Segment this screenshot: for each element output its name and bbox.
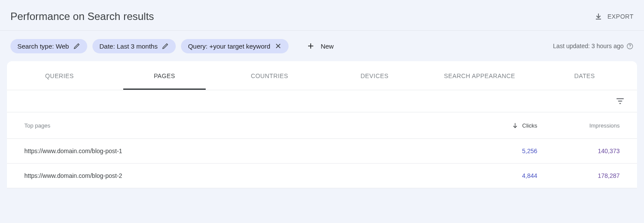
tab-search-appearance[interactable]: SEARCH APPEARANCE [427, 61, 532, 90]
help-icon[interactable] [626, 43, 634, 50]
tab-countries[interactable]: COUNTRIES [217, 61, 322, 90]
tabs: QUERIES PAGES COUNTRIES DEVICES SEARCH A… [7, 61, 637, 90]
chip-label: Query: +your target keyword [188, 43, 270, 50]
clicks-label: Clicks [522, 122, 537, 129]
close-icon[interactable] [275, 43, 282, 49]
cell-impressions: 140,373 [537, 148, 620, 154]
svg-point-1 [630, 47, 630, 48]
new-filter-label: New [321, 43, 334, 50]
filter-chip-query[interactable]: Query: +your target keyword [181, 39, 289, 53]
column-header-page[interactable]: Top pages [24, 122, 459, 129]
tab-dates[interactable]: DATES [532, 61, 637, 90]
cell-clicks: 4,844 [459, 172, 537, 179]
filter-chip-search-type[interactable]: Search type: Web [10, 39, 87, 53]
column-header-clicks[interactable]: Clicks [459, 122, 537, 129]
cell-page: https://www.domain.com/blog-post-1 [24, 148, 459, 154]
table-row[interactable]: https://www.domain.com/blog-post-1 5,256… [7, 139, 637, 164]
export-button[interactable]: EXPORT [595, 13, 634, 20]
download-icon [595, 13, 602, 20]
tab-devices[interactable]: DEVICES [322, 61, 427, 90]
filter-chip-date[interactable]: Date: Last 3 months [92, 39, 176, 53]
add-filter-button[interactable]: New [302, 39, 339, 53]
pencil-icon [162, 43, 169, 49]
cell-clicks: 5,256 [459, 148, 537, 154]
sort-down-icon [512, 122, 519, 129]
pencil-icon [73, 43, 80, 49]
filter-list-icon[interactable] [615, 96, 625, 106]
results-card: QUERIES PAGES COUNTRIES DEVICES SEARCH A… [7, 61, 637, 188]
last-updated-text: Last updated: 3 hours ago [553, 43, 624, 49]
tab-pages[interactable]: PAGES [112, 61, 217, 90]
tab-queries[interactable]: QUERIES [7, 61, 112, 90]
column-header-impressions[interactable]: Impressions [537, 122, 620, 129]
export-label: EXPORT [608, 13, 634, 20]
cell-page: https://www.domain.com/blog-post-2 [24, 172, 459, 179]
table-header: Top pages Clicks Impressions [7, 112, 637, 139]
cell-impressions: 178,287 [537, 172, 620, 179]
chip-label: Search type: Web [17, 43, 69, 50]
page-title: Performance on Search results [10, 10, 154, 23]
plus-icon [307, 42, 315, 50]
chip-label: Date: Last 3 months [99, 43, 158, 50]
table-row[interactable]: https://www.domain.com/blog-post-2 4,844… [7, 164, 637, 188]
